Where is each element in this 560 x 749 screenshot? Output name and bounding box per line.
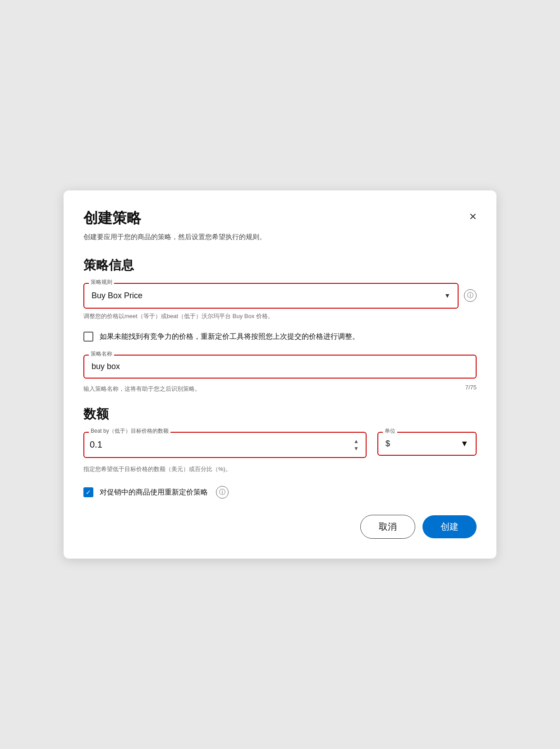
strategy-name-input-wrapper bbox=[83, 355, 477, 379]
close-button[interactable]: × bbox=[469, 210, 477, 223]
promo-info-icon-symbol: ⓘ bbox=[219, 488, 225, 496]
beat-by-field-group: Beat by（低于）目标价格的数额 ▲ ▼ bbox=[83, 432, 367, 458]
unit-dropdown-arrow-icon: ▼ bbox=[460, 439, 468, 448]
strategy-name-label: 策略名称 bbox=[89, 350, 114, 358]
footer-row: 取消 创建 bbox=[83, 515, 477, 539]
info-icon-symbol: ⓘ bbox=[467, 291, 473, 300]
strategy-name-input[interactable] bbox=[92, 362, 468, 371]
promo-checkbox-label: 对促销中的商品使用重新定价策略 bbox=[100, 487, 208, 498]
fallback-checkbox-label: 如果未能找到有竞争力的价格，重新定价工具将按照您上次提交的价格进行调整。 bbox=[100, 331, 359, 342]
fallback-checkbox[interactable] bbox=[83, 332, 93, 342]
beat-by-input[interactable] bbox=[90, 439, 344, 450]
strategy-rule-select-wrapper: Buy Box Price ▼ ⓘ bbox=[83, 283, 477, 309]
dialog-header: 创建策略 × bbox=[83, 208, 477, 228]
strategy-rule-select[interactable]: Buy Box Price ▼ bbox=[83, 283, 459, 309]
dialog-subtitle: 创建要应用于您的商品的策略，然后设置您希望执行的规则。 bbox=[83, 232, 477, 242]
spin-up-button[interactable]: ▲ bbox=[352, 438, 360, 444]
beat-by-label: Beat by（低于）目标价格的数额 bbox=[89, 427, 170, 435]
beat-by-spinbox: ▲ ▼ bbox=[83, 432, 367, 458]
strategy-rule-label: 策略规则 bbox=[89, 278, 114, 286]
dropdown-arrow-icon: ▼ bbox=[444, 292, 450, 299]
unit-field: 单位 $ ▼ bbox=[377, 432, 477, 459]
strategy-rule-value: Buy Box Price bbox=[92, 291, 142, 301]
strategy-info-title: 策略信息 bbox=[83, 257, 477, 274]
strategy-rule-hint: 调整您的价格以meet（等于）或beat（低于）沃尔玛平台 Buy Box 价格… bbox=[83, 312, 477, 320]
unit-select[interactable]: $ ▼ bbox=[377, 432, 477, 456]
strategy-rule-field: 策略规则 Buy Box Price ▼ ⓘ bbox=[83, 283, 477, 309]
checkmark-icon: ✓ bbox=[86, 489, 91, 496]
strategy-name-field: 策略名称 bbox=[83, 355, 477, 379]
page-wrapper: 创建策略 × 创建要应用于您的商品的策略，然后设置您希望执行的规则。 策略信息 … bbox=[0, 0, 560, 749]
create-button[interactable]: 创建 bbox=[422, 515, 477, 538]
dialog-title: 创建策略 bbox=[83, 208, 141, 228]
strategy-name-section: 策略名称 输入策略名称，这将有助于您之后识别策略。 7/75 bbox=[83, 355, 477, 393]
beat-by-field: Beat by（低于）目标价格的数额 ▲ ▼ bbox=[83, 432, 367, 462]
amount-row: Beat by（低于）目标价格的数额 ▲ ▼ 单位 bbox=[83, 432, 477, 462]
unit-value: $ bbox=[386, 439, 390, 448]
promo-info-icon[interactable]: ⓘ bbox=[216, 486, 229, 499]
amount-hint: 指定您希望低于目标价格的数额（美元）或百分比（%)。 bbox=[83, 465, 477, 473]
dialog: 创建策略 × 创建要应用于您的商品的策略，然后设置您希望执行的规则。 策略信息 … bbox=[64, 190, 496, 559]
amount-section: Beat by（低于）目标价格的数额 ▲ ▼ 单位 bbox=[83, 432, 477, 473]
spinbox-arrows: ▲ ▼ bbox=[352, 438, 360, 452]
unit-field-group: 单位 $ ▼ bbox=[377, 432, 477, 456]
promo-checkbox-row: ✓ 对促销中的商品使用重新定价策略 ⓘ bbox=[83, 486, 477, 499]
unit-label: 单位 bbox=[383, 427, 397, 435]
spin-down-button[interactable]: ▼ bbox=[352, 445, 360, 452]
promo-checkbox[interactable]: ✓ bbox=[83, 487, 93, 497]
fallback-checkbox-row: 如果未能找到有竞争力的价格，重新定价工具将按照您上次提交的价格进行调整。 bbox=[83, 331, 477, 342]
strategy-rule-info-icon[interactable]: ⓘ bbox=[464, 289, 477, 302]
strategy-name-hint: 输入策略名称，这将有助于您之后识别策略。 bbox=[83, 385, 201, 393]
cancel-button[interactable]: 取消 bbox=[360, 515, 415, 539]
amount-section-title: 数额 bbox=[83, 406, 477, 423]
strategy-name-count: 7/75 bbox=[465, 384, 477, 393]
